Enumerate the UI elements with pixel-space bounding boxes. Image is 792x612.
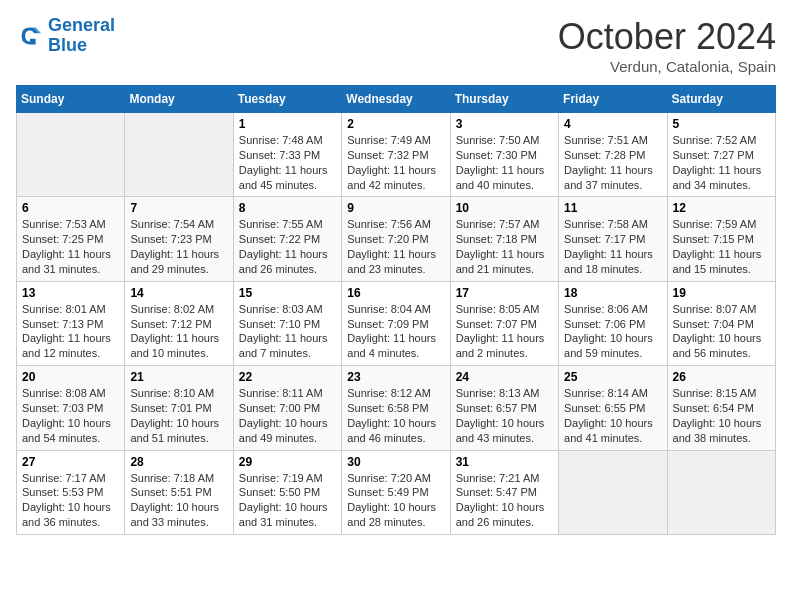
calendar-cell: 25Sunrise: 8:14 AM Sunset: 6:55 PM Dayli…	[559, 366, 667, 450]
calendar-cell: 28Sunrise: 7:18 AM Sunset: 5:51 PM Dayli…	[125, 450, 233, 534]
day-number: 20	[22, 370, 119, 384]
day-number: 21	[130, 370, 227, 384]
logo-general: General	[48, 15, 115, 35]
day-info: Sunrise: 7:53 AM Sunset: 7:25 PM Dayligh…	[22, 217, 119, 276]
calendar-cell: 24Sunrise: 8:13 AM Sunset: 6:57 PM Dayli…	[450, 366, 558, 450]
day-number: 3	[456, 117, 553, 131]
day-info: Sunrise: 8:03 AM Sunset: 7:10 PM Dayligh…	[239, 302, 336, 361]
calendar-cell: 2Sunrise: 7:49 AM Sunset: 7:32 PM Daylig…	[342, 113, 450, 197]
day-number: 8	[239, 201, 336, 215]
day-number: 31	[456, 455, 553, 469]
day-info: Sunrise: 7:56 AM Sunset: 7:20 PM Dayligh…	[347, 217, 444, 276]
calendar-cell: 13Sunrise: 8:01 AM Sunset: 7:13 PM Dayli…	[17, 281, 125, 365]
day-number: 29	[239, 455, 336, 469]
weekday-header: Thursday	[450, 86, 558, 113]
day-number: 11	[564, 201, 661, 215]
calendar-cell: 10Sunrise: 7:57 AM Sunset: 7:18 PM Dayli…	[450, 197, 558, 281]
day-number: 7	[130, 201, 227, 215]
day-number: 2	[347, 117, 444, 131]
day-number: 6	[22, 201, 119, 215]
logo: General Blue	[16, 16, 115, 56]
day-info: Sunrise: 8:06 AM Sunset: 7:06 PM Dayligh…	[564, 302, 661, 361]
day-info: Sunrise: 8:15 AM Sunset: 6:54 PM Dayligh…	[673, 386, 770, 445]
calendar-cell: 30Sunrise: 7:20 AM Sunset: 5:49 PM Dayli…	[342, 450, 450, 534]
day-number: 26	[673, 370, 770, 384]
page-header: General Blue October 2024 Verdun, Catalo…	[16, 16, 776, 75]
day-info: Sunrise: 7:58 AM Sunset: 7:17 PM Dayligh…	[564, 217, 661, 276]
day-number: 17	[456, 286, 553, 300]
day-number: 13	[22, 286, 119, 300]
calendar-row: 13Sunrise: 8:01 AM Sunset: 7:13 PM Dayli…	[17, 281, 776, 365]
calendar-row: 1Sunrise: 7:48 AM Sunset: 7:33 PM Daylig…	[17, 113, 776, 197]
day-info: Sunrise: 8:07 AM Sunset: 7:04 PM Dayligh…	[673, 302, 770, 361]
calendar-cell: 3Sunrise: 7:50 AM Sunset: 7:30 PM Daylig…	[450, 113, 558, 197]
day-number: 16	[347, 286, 444, 300]
calendar-cell: 27Sunrise: 7:17 AM Sunset: 5:53 PM Dayli…	[17, 450, 125, 534]
day-info: Sunrise: 7:49 AM Sunset: 7:32 PM Dayligh…	[347, 133, 444, 192]
day-info: Sunrise: 7:59 AM Sunset: 7:15 PM Dayligh…	[673, 217, 770, 276]
day-info: Sunrise: 7:21 AM Sunset: 5:47 PM Dayligh…	[456, 471, 553, 530]
day-info: Sunrise: 7:20 AM Sunset: 5:49 PM Dayligh…	[347, 471, 444, 530]
day-info: Sunrise: 7:55 AM Sunset: 7:22 PM Dayligh…	[239, 217, 336, 276]
calendar-cell: 29Sunrise: 7:19 AM Sunset: 5:50 PM Dayli…	[233, 450, 341, 534]
day-number: 12	[673, 201, 770, 215]
calendar-cell: 1Sunrise: 7:48 AM Sunset: 7:33 PM Daylig…	[233, 113, 341, 197]
day-number: 18	[564, 286, 661, 300]
calendar-cell: 31Sunrise: 7:21 AM Sunset: 5:47 PM Dayli…	[450, 450, 558, 534]
calendar-cell: 23Sunrise: 8:12 AM Sunset: 6:58 PM Dayli…	[342, 366, 450, 450]
calendar-cell: 7Sunrise: 7:54 AM Sunset: 7:23 PM Daylig…	[125, 197, 233, 281]
day-number: 22	[239, 370, 336, 384]
day-number: 10	[456, 201, 553, 215]
day-info: Sunrise: 7:52 AM Sunset: 7:27 PM Dayligh…	[673, 133, 770, 192]
calendar-table: SundayMondayTuesdayWednesdayThursdayFrid…	[16, 85, 776, 535]
day-number: 9	[347, 201, 444, 215]
day-number: 30	[347, 455, 444, 469]
calendar-cell: 14Sunrise: 8:02 AM Sunset: 7:12 PM Dayli…	[125, 281, 233, 365]
calendar-cell: 22Sunrise: 8:11 AM Sunset: 7:00 PM Dayli…	[233, 366, 341, 450]
day-number: 1	[239, 117, 336, 131]
day-info: Sunrise: 8:04 AM Sunset: 7:09 PM Dayligh…	[347, 302, 444, 361]
calendar-row: 6Sunrise: 7:53 AM Sunset: 7:25 PM Daylig…	[17, 197, 776, 281]
day-info: Sunrise: 8:02 AM Sunset: 7:12 PM Dayligh…	[130, 302, 227, 361]
calendar-row: 20Sunrise: 8:08 AM Sunset: 7:03 PM Dayli…	[17, 366, 776, 450]
day-info: Sunrise: 8:08 AM Sunset: 7:03 PM Dayligh…	[22, 386, 119, 445]
location: Verdun, Catalonia, Spain	[558, 58, 776, 75]
day-number: 25	[564, 370, 661, 384]
day-number: 5	[673, 117, 770, 131]
weekday-header: Friday	[559, 86, 667, 113]
calendar-cell	[559, 450, 667, 534]
day-info: Sunrise: 8:13 AM Sunset: 6:57 PM Dayligh…	[456, 386, 553, 445]
logo-icon	[16, 22, 44, 50]
day-info: Sunrise: 8:01 AM Sunset: 7:13 PM Dayligh…	[22, 302, 119, 361]
calendar-cell: 15Sunrise: 8:03 AM Sunset: 7:10 PM Dayli…	[233, 281, 341, 365]
day-info: Sunrise: 8:11 AM Sunset: 7:00 PM Dayligh…	[239, 386, 336, 445]
weekday-header: Tuesday	[233, 86, 341, 113]
day-number: 15	[239, 286, 336, 300]
calendar-cell	[125, 113, 233, 197]
calendar-cell: 17Sunrise: 8:05 AM Sunset: 7:07 PM Dayli…	[450, 281, 558, 365]
calendar-cell: 16Sunrise: 8:04 AM Sunset: 7:09 PM Dayli…	[342, 281, 450, 365]
calendar-row: 27Sunrise: 7:17 AM Sunset: 5:53 PM Dayli…	[17, 450, 776, 534]
calendar-cell	[17, 113, 125, 197]
calendar-cell: 18Sunrise: 8:06 AM Sunset: 7:06 PM Dayli…	[559, 281, 667, 365]
weekday-header: Wednesday	[342, 86, 450, 113]
day-info: Sunrise: 7:57 AM Sunset: 7:18 PM Dayligh…	[456, 217, 553, 276]
calendar-cell: 19Sunrise: 8:07 AM Sunset: 7:04 PM Dayli…	[667, 281, 775, 365]
calendar-cell: 12Sunrise: 7:59 AM Sunset: 7:15 PM Dayli…	[667, 197, 775, 281]
calendar-cell: 8Sunrise: 7:55 AM Sunset: 7:22 PM Daylig…	[233, 197, 341, 281]
day-number: 28	[130, 455, 227, 469]
logo-blue: Blue	[48, 35, 87, 55]
day-info: Sunrise: 8:05 AM Sunset: 7:07 PM Dayligh…	[456, 302, 553, 361]
day-info: Sunrise: 8:12 AM Sunset: 6:58 PM Dayligh…	[347, 386, 444, 445]
day-number: 19	[673, 286, 770, 300]
day-info: Sunrise: 7:19 AM Sunset: 5:50 PM Dayligh…	[239, 471, 336, 530]
calendar-cell: 4Sunrise: 7:51 AM Sunset: 7:28 PM Daylig…	[559, 113, 667, 197]
day-info: Sunrise: 7:18 AM Sunset: 5:51 PM Dayligh…	[130, 471, 227, 530]
day-number: 27	[22, 455, 119, 469]
day-info: Sunrise: 8:14 AM Sunset: 6:55 PM Dayligh…	[564, 386, 661, 445]
day-number: 23	[347, 370, 444, 384]
weekday-header: Monday	[125, 86, 233, 113]
weekday-header-row: SundayMondayTuesdayWednesdayThursdayFrid…	[17, 86, 776, 113]
weekday-header: Saturday	[667, 86, 775, 113]
day-info: Sunrise: 7:17 AM Sunset: 5:53 PM Dayligh…	[22, 471, 119, 530]
